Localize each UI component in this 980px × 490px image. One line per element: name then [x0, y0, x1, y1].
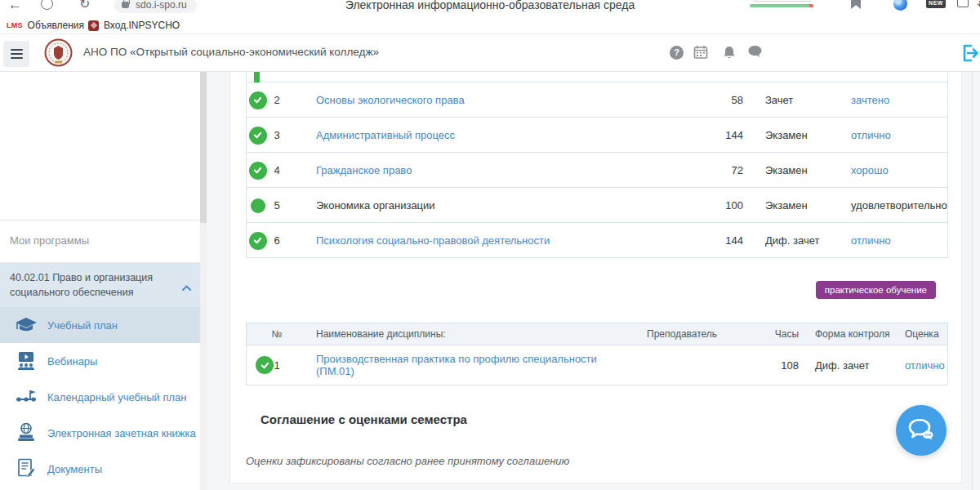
check-circle-icon	[249, 91, 267, 109]
download-icon[interactable]: ⇣	[975, 0, 980, 9]
check-circle-icon	[249, 127, 267, 145]
hours-value: 108	[760, 359, 799, 372]
table-row: 4Гражданское право72Экзаменхорошо	[247, 153, 947, 188]
practice-table: № Наименование дисциплины: Преподаватель…	[246, 323, 948, 385]
menu-toggle-button[interactable]	[3, 41, 29, 67]
semester-table-rows: 2Основы экологического права58Зачетзачте…	[247, 82, 947, 258]
control-form: Экзамен	[743, 129, 841, 141]
control-form: Экзамен	[743, 199, 841, 212]
calendar-icon[interactable]	[693, 45, 710, 61]
sidebar-item-label: Вебинары	[47, 355, 97, 368]
col-header-num: №	[247, 328, 307, 340]
discipline-link[interactable]: Психология социально-правовой деятельнос…	[307, 234, 698, 247]
document-pencil-icon	[15, 458, 38, 479]
sidebar-item-label: Документы	[47, 463, 102, 475]
bell-icon[interactable]	[722, 45, 738, 61]
bookmarks-bar: LMS Объявления Вход.INPSYCHO	[0, 16, 980, 34]
sidebar-scrollbar[interactable]	[200, 72, 207, 490]
table-row: 2Основы экологического права58Зачетзачте…	[247, 82, 947, 118]
bookmark-announcements[interactable]: LMS Объявления	[7, 18, 84, 33]
check-circle-icon	[249, 232, 267, 250]
screen: ← ↻ sdo.i-spo.ru Электронная информацион…	[0, 0, 980, 490]
hours-value: 72	[698, 164, 743, 176]
col-header-name: Наименование дисциплины:	[307, 328, 621, 340]
grade-link[interactable]: отлично	[841, 129, 947, 141]
sidebar-item-curriculum[interactable]: Учебный план	[0, 307, 201, 343]
col-header-control: Форма контроля	[799, 328, 890, 340]
hours-value: 100	[698, 199, 743, 212]
discipline-label: Экономика организации	[307, 199, 698, 212]
table-row: 1 Производственная практика по профилю с…	[247, 345, 947, 385]
check-circle-icon	[249, 162, 267, 180]
table-row: 5Экономика организации100Экзаменудовлетв…	[247, 188, 947, 223]
hours-value: 58	[698, 94, 743, 106]
sidebar-item-label: Электронная зачетная книжка	[47, 427, 196, 439]
sidebar-section-title: Мои программы	[0, 220, 200, 263]
graduation-cap-icon	[15, 314, 38, 336]
discipline-link[interactable]: Административный процесс	[307, 129, 698, 141]
program-title: 40.02.01 Право и организация социального…	[10, 272, 153, 298]
org-name: АНО ПО «Открытый социально-экономический…	[83, 46, 379, 58]
control-form: Диф. зачет	[799, 359, 890, 372]
practice-table-header: № Наименование дисциплины: Преподаватель…	[247, 323, 947, 345]
college-logo	[44, 38, 73, 67]
semester-table: 2Основы экологического права58Зачетзачте…	[246, 82, 948, 258]
discipline-link[interactable]: Гражданское право	[307, 164, 698, 176]
grade-link[interactable]: отлично	[890, 359, 947, 372]
discipline-link[interactable]: Производственная практика по профилю спе…	[307, 353, 621, 377]
table-row: 6Психология социально-правовой деятельно…	[247, 223, 947, 258]
grade-link[interactable]: хорошо	[841, 164, 947, 176]
sidebar-empty-panel	[0, 72, 200, 220]
bookmark-inpsycho[interactable]: Вход.INPSYCHO	[88, 18, 180, 33]
browser-toolbar: ← ↻ sdo.i-spo.ru Электронная информацион…	[0, 0, 980, 16]
chevron-up-icon	[182, 280, 191, 295]
hours-value: 144	[698, 129, 743, 141]
grade-label: удовлетворительно	[841, 199, 947, 212]
agreement-section-title: Соглашение с оценками семестра	[261, 412, 467, 426]
col-header-teacher: Преподаватель	[621, 328, 760, 340]
sidebar-item-label: Учебный план	[47, 319, 118, 332]
bookmark-label: Объявления	[28, 20, 84, 31]
globe-books-icon	[15, 422, 38, 443]
sidebar-item-documents[interactable]: Документы	[0, 451, 201, 487]
main-content: 2Основы экологического права58Зачетзачте…	[229, 72, 962, 483]
grade-link[interactable]: зачтено	[841, 94, 947, 106]
bookmark-label: Вход.INPSYCHO	[104, 20, 180, 31]
control-form: Зачет	[743, 94, 841, 106]
progress-dot	[251, 198, 265, 213]
check-circle-icon	[256, 356, 274, 374]
webinar-icon	[15, 350, 38, 372]
sidebar-item-calendar-plan[interactable]: Календарный учебный план	[0, 379, 201, 415]
chat-icon[interactable]	[747, 45, 764, 61]
table-top-sliver	[246, 72, 948, 82]
sidebar-item-webinars[interactable]: Вебинары	[0, 343, 201, 379]
sidebar-item-label: Календарный учебный план	[47, 391, 186, 403]
sidebar-item-gradebook[interactable]: Электронная зачетная книжка	[0, 415, 201, 451]
control-form: Экзамен	[743, 164, 841, 176]
grade-link[interactable]: отлично	[841, 234, 947, 247]
page-title: Электронная информационно-образовательна…	[0, 0, 980, 11]
new-badge[interactable]: NEW	[926, 0, 946, 8]
sidebar: Мои программы 40.02.01 Право и организац…	[0, 72, 207, 490]
app-header: АНО ПО «Открытый социально-экономический…	[0, 34, 980, 72]
help-icon[interactable]: ?	[670, 46, 684, 60]
rating-text-cut	[753, 0, 812, 2]
page-scrollbar[interactable]	[972, 72, 973, 490]
lms-favicon: LMS	[7, 21, 23, 29]
emblem-favicon	[88, 20, 99, 31]
agreement-note: Оценки зафиксированы согласно ранее прин…	[246, 455, 569, 467]
col-header-hours: Часы	[760, 328, 799, 340]
milestones-icon	[15, 386, 38, 408]
practical-training-badge[interactable]: практическое обучение	[816, 281, 936, 299]
chat-fab-button[interactable]	[896, 405, 947, 456]
col-header-grade: Оценка	[890, 328, 947, 340]
rating-widget[interactable]	[750, 0, 817, 10]
table-row: 3Административный процесс144Экзаменотлич…	[247, 118, 947, 153]
hours-value: 144	[698, 234, 743, 247]
control-form: Диф. зачет	[743, 234, 841, 247]
logout-icon[interactable]	[960, 42, 980, 64]
discipline-link[interactable]: Основы экологического права	[307, 94, 698, 106]
panel-icon[interactable]	[957, 0, 969, 7]
rating-bar	[750, 4, 813, 7]
sidebar-program-item[interactable]: 40.02.01 Право и организация социального…	[0, 263, 201, 307]
